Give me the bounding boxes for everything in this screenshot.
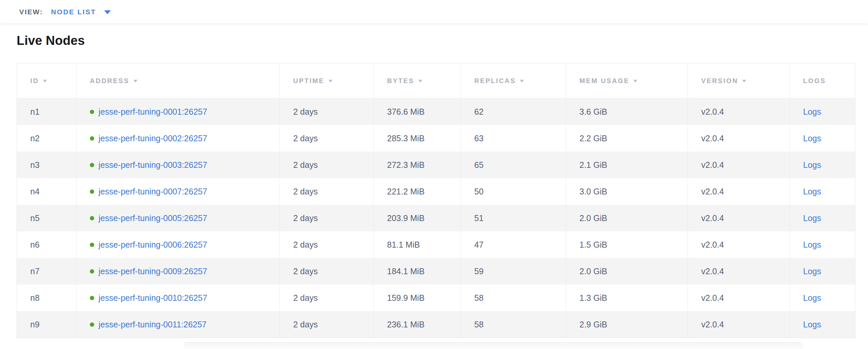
node-live-status-icon [90,110,94,114]
node-replicas-cell: 58 [461,284,566,311]
node-uptime-cell: 2 days [280,125,374,151]
node-logs-cell: Logs [790,151,855,178]
node-live-status-icon [90,296,94,300]
node-replicas-cell: 65 [461,151,566,178]
node-id-cell: n7 [17,258,76,284]
node-address-link[interactable]: jesse-perf-tuning-0010:26257 [98,293,207,303]
node-logs-link[interactable]: Logs [803,213,821,223]
node-bytes-cell: 184.1 MiB [374,258,461,284]
node-live-status-icon [90,269,94,274]
node-address-link[interactable]: jesse-perf-tuning-0003:26257 [98,160,207,170]
page-title: Live Nodes [17,33,855,48]
node-version-cell: v2.0.4 [688,311,790,338]
node-live-status-icon [90,189,94,194]
column-header-mem-usage[interactable]: MEM USAGE [566,64,688,98]
sort-caret-icon [43,80,47,82]
node-address-link[interactable]: jesse-perf-tuning-0006:26257 [98,240,207,249]
column-header-logs: LOGS [790,64,855,98]
view-dropdown-value: NODE LIST [51,8,96,16]
node-id-cell: n1 [17,98,76,125]
node-logs-cell: Logs [790,178,855,205]
table-row: n4 jesse-perf-tuning-0007:26257 2 days 2… [17,178,855,205]
column-header-label: MEM USAGE [580,77,629,84]
node-address-link[interactable]: jesse-perf-tuning-0011:26257 [98,320,207,329]
node-uptime-cell: 2 days [280,151,374,178]
node-mem-usage-cell: 3.0 GiB [566,178,688,205]
node-replicas-cell: 47 [461,231,566,258]
live-nodes-section: Live Nodes ID ADDRESS UPTIME BYTES [0,33,868,338]
sort-caret-icon [520,80,524,82]
node-logs-link[interactable]: Logs [803,134,821,143]
node-bytes-cell: 203.9 MiB [374,205,461,231]
node-mem-usage-cell: 2.1 GiB [566,151,688,178]
node-replicas-cell: 50 [461,178,566,205]
node-logs-link[interactable]: Logs [803,240,821,249]
table-row: n9 jesse-perf-tuning-0011:26257 2 days 2… [17,311,855,338]
node-logs-link[interactable]: Logs [803,107,821,116]
sort-caret-icon [742,80,746,82]
table-row: n5 jesse-perf-tuning-0005:26257 2 days 2… [17,205,855,231]
column-header-label: UPTIME [293,77,324,84]
table-row: n8 jesse-perf-tuning-0010:26257 2 days 1… [17,284,855,311]
node-address-cell: jesse-perf-tuning-0005:26257 [76,205,280,231]
node-address-link[interactable]: jesse-perf-tuning-0002:26257 [98,134,207,143]
table-row: n1 jesse-perf-tuning-0001:26257 2 days 3… [17,98,855,125]
node-replicas-cell: 51 [461,205,566,231]
node-mem-usage-cell: 1.3 GiB [566,284,688,311]
node-bytes-cell: 376.6 MiB [374,98,461,125]
column-header-uptime[interactable]: UPTIME [280,64,374,98]
node-address-link[interactable]: jesse-perf-tuning-0007:26257 [98,187,207,196]
node-id-cell: n9 [17,311,76,338]
node-live-status-icon [90,243,94,247]
column-header-label: ADDRESS [90,77,129,84]
node-live-status-icon [90,163,94,167]
node-bytes-cell: 221.2 MiB [374,178,461,205]
table-header-row: ID ADDRESS UPTIME BYTES REPLICAS MEM USA… [17,64,855,98]
column-header-replicas[interactable]: REPLICAS [461,64,566,98]
column-header-label: LOGS [803,77,826,84]
node-version-cell: v2.0.4 [688,178,790,205]
node-logs-link[interactable]: Logs [803,267,821,276]
sort-caret-icon [329,80,333,82]
node-uptime-cell: 2 days [280,205,374,231]
node-address-cell: jesse-perf-tuning-0002:26257 [76,125,280,151]
node-address-link[interactable]: jesse-perf-tuning-0009:26257 [98,267,207,276]
node-bytes-cell: 81.1 MiB [374,231,461,258]
node-address-link[interactable]: jesse-perf-tuning-0001:26257 [98,107,207,116]
node-version-cell: v2.0.4 [688,231,790,258]
node-mem-usage-cell: 2.0 GiB [566,205,688,231]
view-dropdown[interactable]: NODE LIST [51,8,111,16]
node-logs-link[interactable]: Logs [803,293,821,303]
node-uptime-cell: 2 days [280,284,374,311]
node-live-status-icon [90,136,94,141]
node-logs-cell: Logs [790,311,855,338]
node-address-link[interactable]: jesse-perf-tuning-0005:26257 [98,213,207,223]
node-logs-cell: Logs [790,258,855,284]
column-header-bytes[interactable]: BYTES [374,64,461,98]
column-header-address[interactable]: ADDRESS [76,64,280,98]
node-mem-usage-cell: 2.2 GiB [566,125,688,151]
sort-caret-icon [418,80,422,82]
column-header-label: BYTES [387,77,414,84]
column-header-id[interactable]: ID [17,64,76,98]
node-uptime-cell: 2 days [280,98,374,125]
node-id-cell: n6 [17,231,76,258]
column-header-version[interactable]: VERSION [688,64,790,98]
next-section-shadow [184,342,803,349]
node-live-status-icon [90,322,94,327]
node-address-cell: jesse-perf-tuning-0006:26257 [76,231,280,258]
node-id-cell: n2 [17,125,76,151]
node-bytes-cell: 159.9 MiB [374,284,461,311]
node-logs-link[interactable]: Logs [803,160,821,170]
table-row: n6 jesse-perf-tuning-0006:26257 2 days 8… [17,231,855,258]
node-version-cell: v2.0.4 [688,258,790,284]
node-version-cell: v2.0.4 [688,125,790,151]
node-logs-link[interactable]: Logs [803,187,821,196]
view-label: VIEW: [19,8,43,16]
node-logs-cell: Logs [790,231,855,258]
node-mem-usage-cell: 2.0 GiB [566,258,688,284]
node-bytes-cell: 236.1 MiB [374,311,461,338]
node-bytes-cell: 272.3 MiB [374,151,461,178]
node-logs-link[interactable]: Logs [803,320,821,329]
node-replicas-cell: 58 [461,311,566,338]
